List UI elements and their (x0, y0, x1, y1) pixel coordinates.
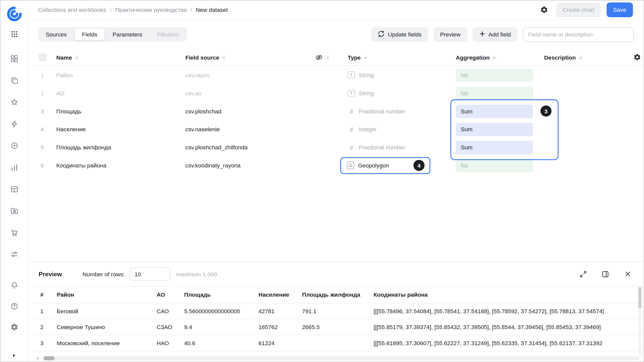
favorites-star-icon[interactable] (9, 97, 19, 107)
field-row[interactable]: 6 Коодинаты района csv.koodinaty_rayona … (28, 156, 644, 174)
column-header-hidden[interactable] (315, 53, 348, 61)
sidebar-collapse-icon[interactable] (12, 352, 16, 359)
column-header-source[interactable]: Field source (185, 54, 315, 61)
app-switcher-icon[interactable] (8, 28, 20, 40)
row-number: 1 (28, 72, 56, 78)
scroll-left-arrow-icon[interactable] (36, 357, 39, 360)
save-button[interactable]: Save (607, 3, 633, 17)
aggregation-value: No (461, 72, 468, 78)
dashboards-icon[interactable] (9, 54, 19, 64)
field-type[interactable]: # Fractional number (348, 108, 456, 115)
preview-cell: САО (156, 308, 184, 314)
aggregation-select[interactable]: Sum (456, 122, 533, 136)
preview-cell: 9.4 (184, 324, 259, 330)
add-field-button[interactable]: Add field (472, 27, 517, 42)
field-search-input[interactable] (523, 27, 634, 42)
services-settings-icon[interactable] (9, 250, 19, 259)
column-header-aggregation[interactable]: Aggregation (456, 54, 544, 61)
preview-cell: Северное Тушино (57, 324, 156, 330)
rows-count-label: Number of rows: (83, 271, 125, 277)
update-fields-label: Update fields (388, 31, 422, 37)
eye-off-icon (315, 53, 323, 61)
breadcrumb-separator: / (110, 7, 111, 13)
aggregation-value: Sum (461, 108, 472, 114)
update-fields-button[interactable]: Update fields (371, 27, 428, 42)
dataset-settings-gear-icon[interactable] (538, 4, 550, 16)
field-type[interactable]: # Fractional number (348, 144, 456, 151)
column-header-name[interactable]: Name (56, 54, 185, 61)
field-row[interactable]: 5 Площадь жилфонда csv.ploshchad_zhilfon… (28, 138, 644, 156)
field-source: csv.ploshchad (185, 108, 315, 114)
aggregation-select[interactable]: No (456, 68, 533, 82)
datalens-logo-icon[interactable] (4, 4, 25, 24)
name-header-label: Name (56, 54, 72, 61)
preview-row: 1 Беговой САО 5.5600000000000005 42781 7… (28, 303, 644, 320)
field-row[interactable]: 1 Район csv.rayon T String No (28, 66, 644, 84)
field-type-label: Fractional number (359, 144, 405, 151)
tab-parameters[interactable]: Parameters (105, 28, 149, 41)
secure-folder-icon[interactable] (9, 206, 19, 216)
help-icon[interactable] (9, 301, 19, 311)
field-type-label: String (359, 90, 374, 97)
datasets-icon[interactable] (9, 141, 19, 151)
sidebar-nav (9, 54, 19, 259)
preview-col-ao: АО (156, 291, 184, 298)
preview-cell: СЗАО (156, 324, 184, 330)
scrollbar-thumb[interactable] (44, 356, 55, 360)
number-type-icon: # (348, 108, 355, 115)
breadcrumb-collections[interactable]: Collections and workbooks (38, 7, 106, 13)
horizontal-scrollbar[interactable] (28, 355, 644, 361)
aggregation-select[interactable]: Sum (456, 105, 533, 118)
preview-vertical-scrollbar[interactable] (638, 287, 641, 357)
rows-max-hint: maximum 1 000 (176, 271, 217, 277)
aggregation-select[interactable]: No (456, 86, 533, 100)
collections-icon[interactable] (9, 75, 19, 85)
preview-cell: 40.6 (184, 340, 259, 346)
table-settings-gear-icon[interactable] (630, 53, 643, 61)
marketplace-cart-icon[interactable] (9, 228, 19, 238)
sort-arrow-icon (74, 55, 79, 60)
source-header-label: Field source (185, 54, 219, 61)
split-view-icon[interactable] (599, 268, 612, 280)
preview-toggle-button[interactable]: Preview (433, 27, 467, 42)
column-header-type[interactable]: Type (348, 54, 456, 61)
string-type-icon: T (348, 71, 355, 79)
preview-row: 3 Московский, поселение НАО 40.6 61224 [… (28, 335, 644, 351)
field-type-label: Geopolygon (358, 162, 389, 169)
geopolygon-type-highlight[interactable]: Geopolygon 4 (340, 157, 430, 174)
field-row[interactable]: 4 Население csv.naselenie # Integer Sum (28, 120, 644, 138)
tab-filtration[interactable]: Filtration (150, 28, 186, 41)
sidebar-settings-gear-icon[interactable] (9, 322, 19, 332)
number-type-icon: # (348, 144, 355, 151)
preview-panel: Preview Number of rows: maximum 1 000 (28, 261, 644, 356)
preview-col-koordinaty: Коодинаты района (374, 291, 643, 298)
column-header-description[interactable]: Description (544, 54, 630, 61)
charts-icon[interactable] (9, 163, 19, 172)
select-all-checkbox[interactable] (39, 54, 46, 61)
notifications-bell-icon[interactable] (9, 280, 19, 290)
tab-sources[interactable]: Sources (39, 28, 74, 41)
row-number: 6 (28, 162, 56, 169)
field-type[interactable]: T String (348, 71, 456, 79)
scrollbar-thumb[interactable] (638, 287, 641, 308)
tables-icon[interactable] (9, 184, 19, 194)
expand-preview-icon[interactable] (577, 268, 589, 280)
field-row[interactable]: 2 АО csv.ao T String No (28, 84, 644, 102)
connections-icon[interactable] (9, 119, 19, 129)
aggregation-select[interactable]: Sum (456, 141, 533, 154)
rows-count-input[interactable] (130, 267, 171, 281)
breadcrumb-workbook[interactable]: Практические руководства (115, 7, 187, 13)
field-type[interactable]: Geopolygon 4 (348, 157, 456, 174)
sort-arrow-icon (326, 55, 331, 60)
preview-cell: 42781 (259, 308, 302, 314)
field-type[interactable]: T String (348, 89, 456, 97)
preview-col-ploshchad: Площадь (184, 291, 259, 298)
create-chart-button[interactable]: Create chart (556, 3, 601, 17)
breadcrumb-current: New dataset (196, 7, 228, 13)
scrollbar-track[interactable] (43, 356, 639, 360)
aggregation-select[interactable]: No (456, 159, 533, 172)
tab-fields[interactable]: Fields (74, 28, 105, 41)
field-source: csv.rayon (185, 72, 315, 78)
field-type[interactable]: # Integer (348, 126, 456, 133)
close-preview-icon[interactable] (621, 268, 634, 280)
